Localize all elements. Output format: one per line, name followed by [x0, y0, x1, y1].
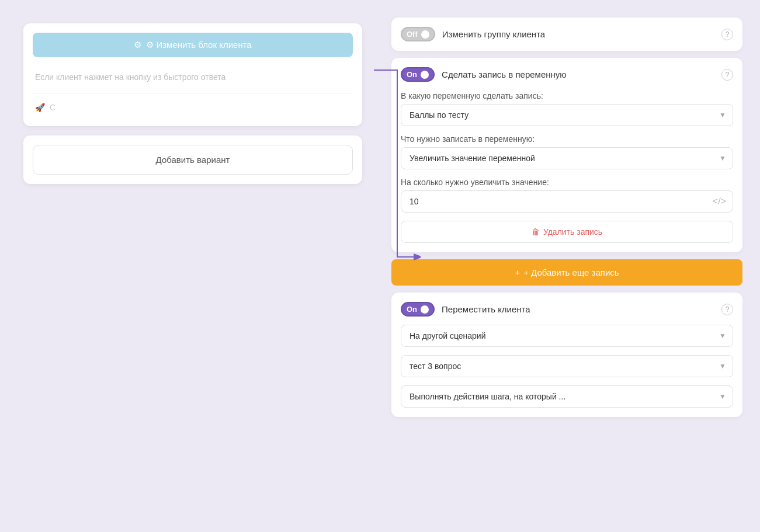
write-action-label: Что нужно записать в переменную: [401, 134, 733, 144]
increment-value-label: На сколько нужно увеличить значение: [401, 178, 733, 187]
increment-value-input[interactable] [401, 190, 733, 213]
write-action-field-group: Что нужно записать в переменную: Увеличи… [401, 134, 733, 169]
move-scenario-select[interactable]: тест 3 вопрос [401, 355, 733, 377]
write-action-select-wrapper: Увеличить значение переменной ▼ [401, 147, 733, 169]
rocket-row: 🚀 С [33, 98, 353, 117]
change-group-help-icon[interactable]: ? [721, 29, 733, 40]
move-action-select-wrapper: Выполнять действия шага, на который ... … [401, 385, 733, 408]
toggle-knob [421, 30, 429, 39]
code-icon[interactable]: </> [713, 196, 726, 207]
rocket-icon: 🚀 [35, 103, 45, 112]
add-variant-button[interactable]: Добавить вариант [33, 145, 353, 175]
move-scenario-select-wrapper: тест 3 вопрос ▼ [401, 355, 733, 377]
variable-name-select[interactable]: Баллы по тесту [401, 104, 733, 126]
move-client-help-icon[interactable]: ? [721, 304, 733, 315]
add-record-label: + Добавить еще запись [523, 267, 619, 277]
hint-text: Если клиент нажмет на кнопку из быстрого… [33, 67, 353, 88]
move-destination-select-wrapper: На другой сценарий ▼ [401, 325, 733, 347]
increment-value-input-wrapper: </> [401, 190, 733, 213]
move-destination-select[interactable]: На другой сценарий [401, 325, 733, 347]
add-record-section: + + Добавить еще запись [391, 259, 742, 286]
move-action-select[interactable]: Выполнять действия шага, на который ... [401, 385, 733, 408]
toggle-knob-on [421, 71, 429, 79]
divider [33, 93, 353, 93]
move-client-toggle[interactable]: On [401, 302, 435, 317]
write-variable-toggle[interactable]: On [401, 67, 435, 82]
move-toggle-label: On [407, 305, 417, 314]
delete-record-button[interactable]: 🗑 Удалить запись [401, 221, 733, 243]
delete-record-label: Удалить запись [543, 227, 602, 237]
move-client-title: Переместить клиента [442, 304, 714, 314]
change-group-section: Off Изменить группу клиента ? [391, 18, 742, 51]
variable-name-field-group: В какую переменную сделать запись: Баллы… [401, 91, 733, 126]
variable-name-select-wrapper: Баллы по тесту ▼ [401, 104, 733, 126]
write-variable-section: On Сделать запись в переменную ? В какую… [391, 58, 742, 252]
increment-value-field-group: На сколько нужно увеличить значение: </> [401, 178, 733, 213]
change-group-title: Изменить группу клиента [442, 29, 714, 39]
write-variable-title: Сделать запись в переменную [442, 69, 714, 79]
write-action-select[interactable]: Увеличить значение переменной [401, 147, 733, 169]
gear-icon: ⚙ [134, 40, 141, 50]
move-toggle-knob [421, 305, 429, 314]
write-variable-help-icon[interactable]: ? [721, 69, 733, 81]
add-record-button[interactable]: + + Добавить еще запись [391, 259, 742, 286]
variable-name-label: В какую переменную сделать запись: [401, 91, 733, 100]
move-client-section: On Переместить клиента ? На другой сцена… [391, 293, 742, 417]
trash-icon: 🗑 [532, 227, 540, 237]
toggle-on-label: On [407, 70, 417, 79]
toggle-off-label: Off [407, 30, 418, 39]
change-group-toggle[interactable]: Off [401, 27, 435, 41]
change-block-button[interactable]: ⚙ ⚙ Изменить блок клиента [33, 33, 353, 57]
rocket-label: С [50, 103, 55, 112]
add-icon: + [515, 267, 520, 277]
add-variant-label: Добавить вариант [156, 155, 230, 165]
block-title-label: ⚙ Изменить блок клиента [146, 40, 251, 50]
